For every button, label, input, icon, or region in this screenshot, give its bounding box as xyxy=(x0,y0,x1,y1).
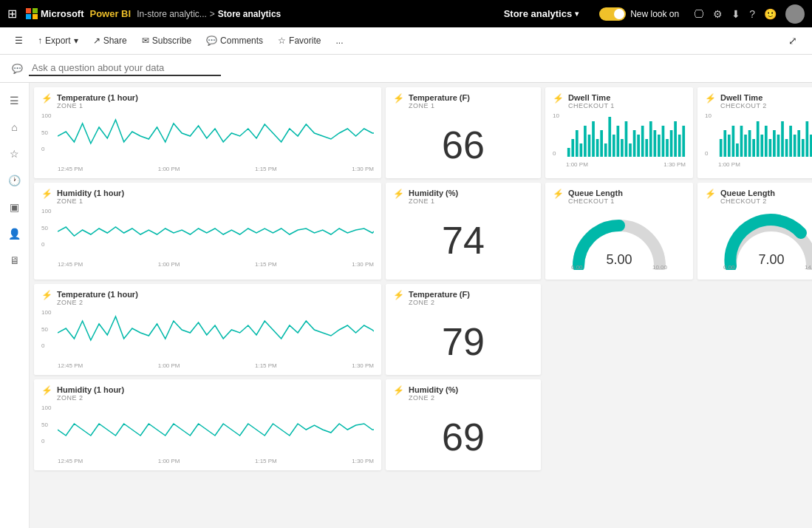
y-labels-temp2: 100500 xyxy=(41,309,51,349)
favorite-button[interactable]: ☆ Favorite xyxy=(272,33,327,49)
expand-sidebar-button[interactable]: ☰ xyxy=(9,33,29,49)
new-look-label: New look on xyxy=(630,9,679,19)
card-header-humid2: ⚡ Humidity (1 hour) ZONE 2 xyxy=(41,385,374,402)
sidebar: ☰ ⌂ ☆ 🕐 ▣ 👤 🖥 🌐 xyxy=(0,83,30,528)
svg-rect-29 xyxy=(720,139,723,157)
settings-icon[interactable]: ⚙ xyxy=(713,8,723,20)
card-subtitle-temp1f: ZONE 1 xyxy=(409,102,470,109)
svg-rect-38 xyxy=(757,121,760,157)
svg-rect-46 xyxy=(789,126,792,157)
card-header-queue2: ⚡ Queue Length CHECKOUT 2 xyxy=(705,189,812,205)
card-title-temp2f: Temperature (F) xyxy=(409,290,470,299)
sidebar-item-menu[interactable]: ☰ xyxy=(3,89,27,112)
more-button[interactable]: ... xyxy=(330,33,349,49)
svg-rect-7 xyxy=(596,139,599,157)
qa-icon: 💬 xyxy=(12,64,23,74)
x-labels-temp2: 12:45 PM1:00 PM1:15 PM1:30 PM xyxy=(41,362,374,369)
more-icon: ... xyxy=(335,35,343,46)
lightning-icon-queue2: ⚡ xyxy=(705,189,716,199)
chart-humid2: 100500 xyxy=(41,405,374,456)
subscribe-button[interactable]: ✉ Subscribe xyxy=(136,33,197,49)
chart-humid1: 100500 xyxy=(41,208,374,260)
card-header-humid1: ⚡ Humidity (1 hour) ZONE 1 xyxy=(41,189,374,205)
card-title-temp1f: Temperature (F) xyxy=(409,93,470,102)
help-icon[interactable]: ? xyxy=(749,8,755,20)
big-number-temp1f: 66 xyxy=(393,112,533,170)
lightning-icon-dwell1: ⚡ xyxy=(553,93,564,104)
share-button[interactable]: ↗ Share xyxy=(87,33,133,49)
toolbar: ☰ ↑ Export ▾ ↗ Share ✉ Subscribe 💬 Comme… xyxy=(0,27,812,55)
svg-rect-14 xyxy=(625,121,628,157)
line-chart-temp2 xyxy=(58,309,374,357)
sidebar-item-recent[interactable]: 🕐 xyxy=(3,169,27,192)
report-title-text: Store analytics xyxy=(504,8,573,19)
card-title-temp1: Temperature (1 hour) xyxy=(57,93,138,102)
card-subtitle-queue2: CHECKOUT 2 xyxy=(720,197,775,205)
svg-rect-10 xyxy=(608,117,611,157)
y-labels-humid1: 100500 xyxy=(41,208,51,248)
card-header-dwell1: ⚡ Dwell Time CHECKOUT 1 xyxy=(553,93,686,109)
line-chart-humid2 xyxy=(58,405,374,453)
svg-rect-32 xyxy=(732,126,735,157)
card-title-queue2: Queue Length xyxy=(720,189,775,197)
sidebar-item-apps[interactable]: ▣ xyxy=(3,195,27,219)
svg-rect-48 xyxy=(797,130,800,157)
card-title-dwell2: Dwell Time xyxy=(720,93,767,102)
queue1-max: 10.00 xyxy=(652,264,667,271)
svg-rect-1 xyxy=(571,139,574,157)
y-labels-humid2: 100500 xyxy=(41,405,51,444)
card-subtitle-queue1: CHECKOUT 1 xyxy=(568,197,623,205)
svg-rect-8 xyxy=(600,130,603,157)
toggle-circle xyxy=(614,9,624,19)
lightning-icon-queue1: ⚡ xyxy=(553,189,564,199)
svg-rect-28 xyxy=(682,126,685,157)
svg-rect-19 xyxy=(645,139,648,157)
new-look-toggle[interactable] xyxy=(599,7,626,21)
breadcrumb: In-store analytic... > Store analytics xyxy=(137,9,281,19)
app-launcher-icon[interactable]: ⊞ xyxy=(7,7,17,21)
card-humid1pct: ⚡ Humidity (%) ZONE 1 74 xyxy=(386,183,541,280)
svg-rect-43 xyxy=(777,135,780,157)
svg-rect-21 xyxy=(653,130,656,157)
sidebar-item-home[interactable]: ⌂ xyxy=(3,115,27,139)
card-subtitle-temp2: ZONE 2 xyxy=(57,299,138,306)
card-dwell2: ⚡ Dwell Time CHECKOUT 2 100 xyxy=(697,87,812,178)
svg-rect-42 xyxy=(773,130,776,157)
qa-input[interactable] xyxy=(29,61,221,76)
comments-button[interactable]: 💬 Comments xyxy=(200,33,269,49)
title-chevron-icon[interactable]: ▾ xyxy=(575,10,579,18)
breadcrumb-parent[interactable]: In-store analytic... xyxy=(137,9,207,19)
svg-rect-23 xyxy=(662,126,665,157)
chart-dwell2: 100 xyxy=(705,112,812,168)
card-temp2: ⚡ Temperature (1 hour) ZONE 2 100500 12 xyxy=(34,284,381,375)
card-humid2: ⚡ Humidity (1 hour) ZONE 2 100500 12:45 xyxy=(34,379,381,470)
svg-rect-17 xyxy=(637,135,640,157)
fullscreen-button[interactable]: ⤢ xyxy=(782,32,803,50)
y-labels-temp1: 100500 xyxy=(41,112,51,152)
avatar[interactable] xyxy=(785,4,805,24)
sidebar-item-favorites[interactable]: ☆ xyxy=(3,142,27,166)
sidebar-item-workspaces[interactable]: 🖥 xyxy=(3,248,27,272)
svg-rect-20 xyxy=(649,121,652,157)
bar-chart-dwell2 xyxy=(718,112,812,157)
svg-rect-2 xyxy=(576,130,579,157)
export-button[interactable]: ↑ Export ▾ xyxy=(32,33,84,49)
download-icon[interactable]: ⬇ xyxy=(731,8,740,20)
svg-rect-15 xyxy=(629,143,632,157)
monitor-icon[interactable]: 🖵 xyxy=(694,8,704,20)
card-queue2: ⚡ Queue Length CHECKOUT 2 7.00 0.00 14.0… xyxy=(697,183,812,280)
card-header-humid2pct: ⚡ Humidity (%) ZONE 2 xyxy=(393,385,533,402)
lightning-icon-dwell2: ⚡ xyxy=(705,93,716,104)
breadcrumb-separator: > xyxy=(210,9,215,19)
feedback-icon[interactable]: 🙂 xyxy=(764,8,777,20)
card-queue1: ⚡ Queue Length CHECKOUT 1 5.00 xyxy=(545,183,693,280)
export-chevron: ▾ xyxy=(74,35,78,46)
svg-rect-0 xyxy=(567,148,570,157)
chart-temp1: 100500 xyxy=(41,112,374,164)
gauge-labels-queue2: 0.00 14.00 xyxy=(723,264,812,271)
sidebar-item-people[interactable]: 👤 xyxy=(3,222,27,246)
x-labels-dwell1: 1:00 PM1:30 PM xyxy=(566,161,686,168)
queue1-min: 0.00 xyxy=(571,264,583,271)
empty-row4 xyxy=(545,379,812,470)
svg-rect-16 xyxy=(633,130,636,157)
